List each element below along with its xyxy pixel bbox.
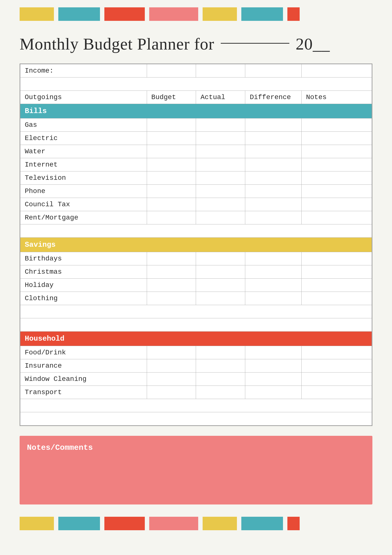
row-notes-cell	[301, 386, 372, 399]
color-block	[149, 517, 198, 530]
row-budget-cell	[147, 185, 196, 198]
row-diff-cell	[245, 359, 302, 373]
row-notes-cell	[301, 145, 372, 158]
color-block	[241, 7, 283, 21]
row-label: Birthdays	[20, 252, 147, 265]
row-label: Phone	[20, 185, 147, 198]
title-year: 20__	[296, 35, 330, 53]
row-label: Christmas	[20, 265, 147, 279]
color-block	[241, 517, 283, 530]
row-actual-cell	[196, 145, 245, 158]
row-actual-cell	[196, 198, 245, 211]
row-budget-cell	[147, 252, 196, 265]
color-block	[149, 7, 198, 21]
row-budget-cell	[147, 265, 196, 279]
row-diff-cell	[245, 158, 302, 171]
income-notes-cell	[301, 64, 372, 77]
bottom-color-bar	[0, 517, 392, 530]
color-block	[58, 517, 100, 530]
row-budget-cell	[147, 279, 196, 292]
color-block	[58, 7, 100, 21]
color-block	[203, 517, 237, 530]
row-actual-cell	[196, 158, 245, 171]
title-prefix: Monthly Budget Planner for	[20, 35, 214, 53]
color-block	[203, 7, 237, 21]
budget-table-wrapper: Income: Outgoings Budget Actual Differen…	[20, 64, 372, 426]
row-diff-cell	[245, 279, 302, 292]
col-notes-header: Notes	[301, 91, 372, 104]
row-label: Gas	[20, 118, 147, 132]
row-label: Insurance	[20, 359, 147, 373]
row-notes-cell	[301, 211, 372, 224]
row-diff-cell	[245, 346, 302, 359]
row-notes-cell	[301, 279, 372, 292]
row-actual-cell	[196, 292, 245, 305]
income-diff-cell	[245, 64, 302, 77]
row-notes-cell	[301, 292, 372, 305]
row-diff-cell	[245, 171, 302, 185]
row-notes-cell	[301, 198, 372, 211]
row-actual-cell	[196, 265, 245, 279]
row-diff-cell	[245, 252, 302, 265]
income-actual-cell	[196, 64, 245, 77]
savings-section-header: Savings	[20, 238, 372, 252]
budget-table: Income: Outgoings Budget Actual Differen…	[20, 64, 372, 426]
row-notes-cell	[301, 118, 372, 132]
page-title: Monthly Budget Planner for 20__	[20, 34, 372, 54]
row-actual-cell	[196, 346, 245, 359]
col-difference-header: Difference	[245, 91, 302, 104]
col-actual-header: Actual	[196, 91, 245, 104]
row-notes-cell	[301, 132, 372, 145]
table-row: Clothing	[20, 292, 372, 305]
savings-rows: BirthdaysChristmasHolidayClothing	[20, 252, 372, 305]
spacer-row-6	[20, 412, 372, 426]
row-notes-cell	[301, 171, 372, 185]
col-outgoings-header: Outgoings	[20, 91, 147, 104]
row-budget-cell	[147, 346, 196, 359]
income-label: Income:	[20, 64, 147, 77]
row-budget-cell	[147, 132, 196, 145]
notes-label: Notes/Comments	[27, 443, 365, 452]
row-diff-cell	[245, 373, 302, 386]
spacer-row-5	[20, 399, 372, 412]
row-label: Holiday	[20, 279, 147, 292]
bills-label: Bills	[20, 104, 372, 118]
row-label: Clothing	[20, 292, 147, 305]
color-block	[20, 7, 54, 21]
column-headers-row: Outgoings Budget Actual Difference Notes	[20, 91, 372, 104]
household-rows: Food/DrinkInsuranceWindow CleaningTransp…	[20, 346, 372, 399]
row-label: Council Tax	[20, 198, 147, 211]
title-blank-line	[221, 43, 289, 44]
row-actual-cell	[196, 118, 245, 132]
table-row: Rent/Mortgage	[20, 211, 372, 224]
row-label: Electric	[20, 132, 147, 145]
page-title-area: Monthly Budget Planner for 20__	[0, 21, 392, 64]
row-label: Internet	[20, 158, 147, 171]
household-section-header: Household	[20, 332, 372, 346]
row-label: Rent/Mortgage	[20, 211, 147, 224]
table-row: Internet	[20, 158, 372, 171]
row-budget-cell	[147, 145, 196, 158]
household-label: Household	[20, 332, 372, 346]
row-actual-cell	[196, 386, 245, 399]
spacer-row-2	[20, 224, 372, 238]
row-diff-cell	[245, 211, 302, 224]
row-budget-cell	[147, 292, 196, 305]
row-actual-cell	[196, 373, 245, 386]
row-budget-cell	[147, 118, 196, 132]
row-diff-cell	[245, 198, 302, 211]
row-diff-cell	[245, 265, 302, 279]
row-budget-cell	[147, 198, 196, 211]
table-row: Electric	[20, 132, 372, 145]
row-actual-cell	[196, 279, 245, 292]
top-color-bar	[0, 0, 392, 21]
row-label: Water	[20, 145, 147, 158]
table-row: Television	[20, 171, 372, 185]
row-notes-cell	[301, 359, 372, 373]
table-row: Gas	[20, 118, 372, 132]
row-notes-cell	[301, 158, 372, 171]
row-diff-cell	[245, 386, 302, 399]
col-budget-header: Budget	[147, 91, 196, 104]
table-row: Water	[20, 145, 372, 158]
row-label: Food/Drink	[20, 346, 147, 359]
